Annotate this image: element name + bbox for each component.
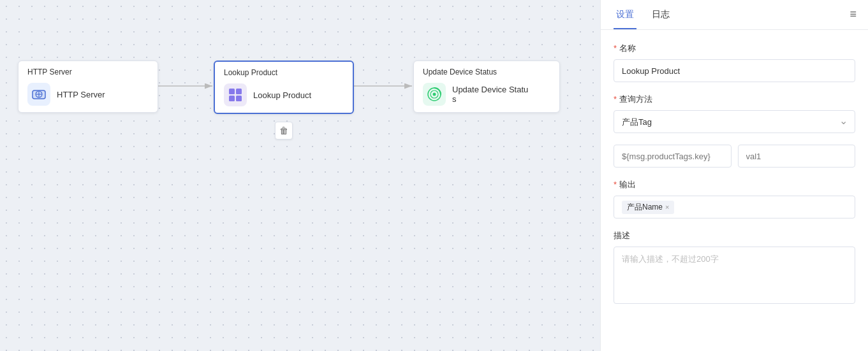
query-method-field-group: *查询方法 产品Tag 产品ID 产品名称 bbox=[614, 94, 855, 133]
desc-field-group: 描述 bbox=[614, 230, 855, 306]
tab-settings[interactable]: 设置 bbox=[614, 9, 636, 29]
query-method-select[interactable]: 产品Tag 产品ID 产品名称 bbox=[614, 110, 855, 133]
desc-textarea[interactable] bbox=[614, 247, 855, 304]
val-input[interactable] bbox=[738, 145, 856, 168]
node-lookup-product-label: Lookup Product bbox=[253, 90, 311, 100]
key-val-inputs bbox=[614, 145, 855, 168]
node-http-server[interactable]: HTTP Server HTTP Server bbox=[18, 61, 158, 113]
desc-label: 描述 bbox=[614, 230, 855, 241]
output-field-group: *输出 产品Name × bbox=[614, 179, 855, 218]
lookup-product-icon bbox=[224, 83, 247, 106]
output-tag-field[interactable]: 产品Name × bbox=[614, 196, 855, 218]
node-update-device-title: Update Device Status bbox=[423, 68, 550, 76]
query-method-select-wrapper: 产品Tag 产品ID 产品名称 bbox=[614, 110, 855, 133]
key-input[interactable] bbox=[614, 145, 732, 168]
key-val-field-group bbox=[614, 145, 855, 168]
delete-node-button[interactable]: 🗑 bbox=[275, 122, 293, 140]
svg-rect-10 bbox=[229, 96, 235, 101]
name-label: *名称 bbox=[614, 43, 855, 54]
delete-icon: 🗑 bbox=[279, 125, 288, 136]
output-tag-close[interactable]: × bbox=[665, 203, 669, 211]
tab-logs[interactable]: 日志 bbox=[649, 9, 672, 29]
node-http-server-label: HTTP Server bbox=[57, 90, 105, 99]
right-panel: 设置 日志 ≡ *名称 *查询方法 产品Tag 产品ID 产品名称 bbox=[600, 0, 868, 351]
node-lookup-product-title: Lookup Product bbox=[224, 68, 344, 77]
arrows-svg bbox=[0, 0, 587, 351]
name-field-group: *名称 bbox=[614, 43, 855, 82]
panel-body: *名称 *查询方法 产品Tag 产品ID 产品名称 bbox=[601, 30, 868, 351]
canvas-area: HTTP Server HTTP Server Lookup Product bbox=[0, 0, 600, 351]
node-update-device[interactable]: Update Device Status Update Device Statu… bbox=[413, 61, 560, 113]
node-http-server-title: HTTP Server bbox=[27, 68, 149, 76]
panel-menu-icon[interactable]: ≡ bbox=[850, 8, 857, 21]
update-device-icon bbox=[423, 83, 446, 106]
output-tag-label: 产品Name bbox=[627, 202, 663, 213]
query-method-label: *查询方法 bbox=[614, 94, 855, 105]
output-tag: 产品Name × bbox=[622, 201, 674, 214]
svg-rect-11 bbox=[236, 96, 242, 101]
svg-point-14 bbox=[433, 93, 436, 96]
output-label: *输出 bbox=[614, 179, 855, 190]
svg-rect-9 bbox=[236, 89, 242, 94]
panel-header: 设置 日志 ≡ bbox=[601, 0, 868, 30]
node-lookup-product[interactable]: Lookup Product Lookup Product 🗑 bbox=[214, 61, 354, 114]
http-server-icon bbox=[27, 83, 50, 106]
svg-rect-8 bbox=[229, 89, 235, 94]
name-input[interactable] bbox=[614, 59, 855, 82]
node-update-device-label: Update Device Status bbox=[452, 85, 528, 104]
